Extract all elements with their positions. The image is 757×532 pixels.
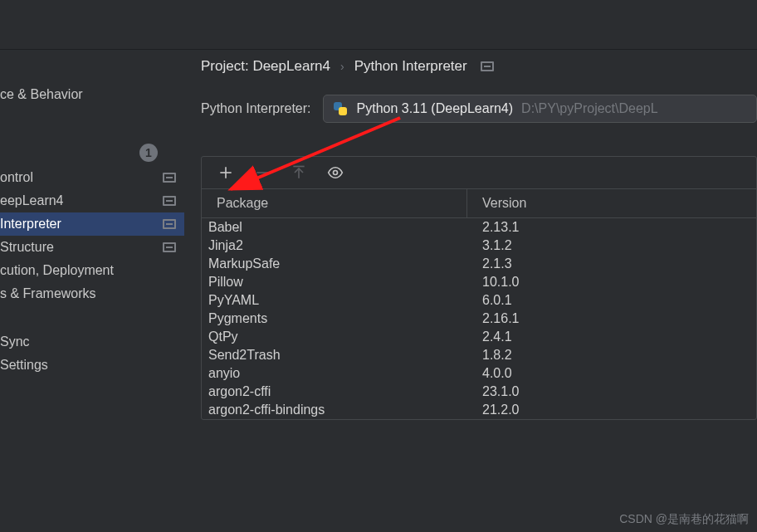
- project-scope-icon: [163, 196, 176, 206]
- packages-panel: Package Version Babel2.13.1Jinja23.1.2Ma…: [201, 156, 757, 420]
- package-version: 1.8.2: [467, 348, 756, 363]
- table-row[interactable]: Babel2.13.1: [202, 218, 756, 237]
- package-version: 2.13.1: [467, 220, 756, 235]
- sidebar-item-advanced-settings[interactable]: Settings: [0, 354, 184, 377]
- package-name: Jinja2: [202, 238, 467, 253]
- project-scope-icon: [163, 219, 176, 229]
- remove-package-button[interactable]: [253, 164, 271, 182]
- table-row[interactable]: argon2-cffi23.1.0: [202, 383, 756, 401]
- sidebar-item-label: Structure: [0, 240, 54, 255]
- sidebar-item-label: Interpreter: [0, 217, 61, 232]
- project-scope-icon: [163, 173, 176, 183]
- sidebar-item-label: s & Frameworks: [0, 286, 96, 301]
- sidebar-item-languages-frameworks[interactable]: s & Frameworks: [0, 282, 184, 305]
- package-version: 2.1.3: [467, 256, 756, 271]
- table-row[interactable]: Send2Trash1.8.2: [202, 346, 756, 364]
- python-icon: [332, 100, 349, 117]
- column-version[interactable]: Version: [467, 189, 756, 217]
- table-row[interactable]: QtPy2.4.1: [202, 328, 756, 346]
- package-name: argon2-cffi: [202, 384, 467, 399]
- sidebar-item-label: ontrol: [0, 170, 33, 185]
- breadcrumb-project[interactable]: Project: DeepLearn4: [201, 58, 330, 75]
- package-version: 2.16.1: [467, 311, 756, 326]
- package-version: 21.2.0: [467, 403, 756, 417]
- sidebar-item-project-structure[interactable]: Structure: [0, 236, 184, 259]
- show-early-releases-button[interactable]: [326, 164, 344, 182]
- package-version: 6.0.1: [467, 293, 756, 308]
- sidebar-item-settings-sync[interactable]: Sync: [0, 330, 184, 354]
- breadcrumb-project-name: DeepLearn4: [252, 58, 330, 74]
- package-name: Send2Trash: [202, 348, 467, 363]
- package-version: 10.1.0: [467, 275, 756, 290]
- sidebar-item-label: cution, Deployment: [0, 263, 114, 278]
- package-name: QtPy: [202, 329, 467, 344]
- sidebar-item-appearance-behavior[interactable]: ce & Behavior: [0, 83, 184, 106]
- content-pane: Project: DeepLearn4 › Python Interpreter…: [201, 50, 757, 532]
- package-name: argon2-cffi-bindings: [202, 403, 467, 417]
- interpreter-dropdown[interactable]: Python 3.11 (DeepLearn4) D:\PY\pyProject…: [323, 95, 757, 123]
- upgrade-package-button[interactable]: [290, 164, 308, 182]
- table-row[interactable]: Pygments2.16.1: [202, 310, 756, 328]
- add-package-button[interactable]: [217, 164, 235, 182]
- package-name: Pillow: [202, 275, 467, 290]
- sidebar-item-label: eepLearn4: [0, 193, 64, 208]
- package-version: 4.0.0: [467, 366, 756, 381]
- sidebar-item-build-exec-deploy[interactable]: cution, Deployment: [0, 259, 184, 282]
- table-row[interactable]: Jinja23.1.2: [202, 237, 756, 255]
- sidebar-item-keymap[interactable]: 1: [0, 139, 184, 166]
- package-name: PyYAML: [202, 293, 467, 308]
- sidebar-item-label: Settings: [0, 358, 48, 373]
- project-scope-icon: [163, 242, 176, 252]
- packages-toolbar: [202, 157, 756, 188]
- sidebar-item-python-interpreter[interactable]: Interpreter: [0, 212, 184, 236]
- table-row[interactable]: MarkupSafe2.1.3: [202, 255, 756, 273]
- sidebar-item-version-control[interactable]: ontrol: [0, 166, 184, 189]
- package-version: 3.1.2: [467, 238, 756, 253]
- project-scope-icon: [481, 61, 494, 71]
- sidebar-item-project[interactable]: eepLearn4: [0, 189, 184, 212]
- package-name: Pygments: [202, 311, 467, 326]
- watermark: CSDN @是南巷的花猫啊: [619, 512, 749, 527]
- package-version: 2.4.1: [467, 329, 756, 344]
- table-row[interactable]: argon2-cffi-bindings21.2.0: [202, 401, 756, 419]
- badge-count: 1: [139, 144, 158, 162]
- package-version: 23.1.0: [467, 384, 756, 399]
- table-row[interactable]: anyio4.0.0: [202, 364, 756, 383]
- settings-sidebar: ce & Behavior 1 ontrol eepLearn4 Interpr…: [0, 83, 184, 532]
- top-bar: [0, 0, 757, 50]
- packages-table-header: Package Version: [202, 188, 756, 218]
- interpreter-label: Python Interpreter:: [201, 101, 311, 116]
- table-row[interactable]: PyYAML6.0.1: [202, 291, 756, 310]
- breadcrumb-project-prefix: Project:: [201, 58, 249, 74]
- chevron-right-icon: ›: [340, 60, 344, 73]
- svg-point-5: [334, 171, 338, 175]
- interpreter-path: D:\PY\pyProject\DeepL: [521, 101, 658, 116]
- package-name: Babel: [202, 220, 467, 235]
- package-name: anyio: [202, 366, 467, 381]
- sidebar-item-label: Sync: [0, 334, 30, 349]
- breadcrumb: Project: DeepLearn4 › Python Interpreter: [201, 55, 757, 95]
- interpreter-row: Python Interpreter: Python 3.11 (DeepLea…: [201, 95, 757, 123]
- package-name: MarkupSafe: [202, 256, 467, 271]
- breadcrumb-page: Python Interpreter: [354, 58, 467, 75]
- packages-table-body: Babel2.13.1Jinja23.1.2MarkupSafe2.1.3Pil…: [202, 218, 756, 419]
- table-row[interactable]: Pillow10.1.0: [202, 273, 756, 291]
- interpreter-name: Python 3.11 (DeepLearn4): [357, 101, 514, 116]
- sidebar-item-label: ce & Behavior: [0, 87, 83, 102]
- column-package[interactable]: Package: [202, 189, 467, 217]
